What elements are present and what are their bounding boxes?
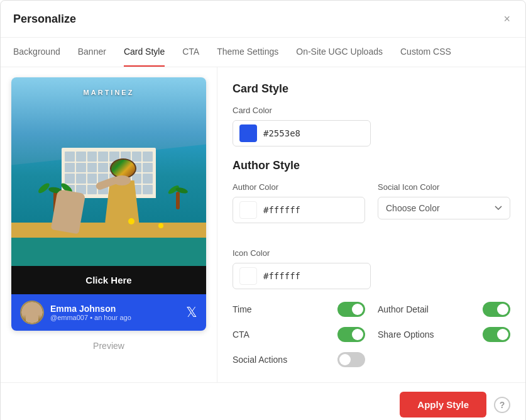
tab-on-site-ugc-uploads[interactable]: On-Site UGC Uploads bbox=[296, 38, 383, 67]
cta-toggle[interactable] bbox=[337, 327, 365, 342]
social-actions-toggle-label: Social Actions bbox=[233, 355, 287, 365]
author-style-title: Author Style bbox=[233, 159, 510, 172]
tab-card-style[interactable]: Card Style bbox=[124, 38, 165, 67]
author-color-input-row[interactable] bbox=[233, 197, 365, 223]
time-toggle-label: Time bbox=[233, 304, 252, 314]
social-icon-color-label: Social Icon Color bbox=[378, 182, 510, 192]
card-color-swatch bbox=[239, 124, 257, 142]
author-detail-toggle[interactable] bbox=[483, 302, 510, 317]
buoy-2 bbox=[158, 223, 163, 228]
author-meta: @emma007 • an hour ago bbox=[50, 314, 131, 321]
icon-color-label: Icon Color bbox=[233, 248, 510, 258]
tabs-bar: Background Banner Card Style CTA Theme S… bbox=[1, 38, 525, 67]
modal-header: Personalize × bbox=[1, 1, 525, 38]
card-color-input-row[interactable] bbox=[233, 120, 371, 146]
twitter-icon: 𝕏 bbox=[186, 304, 197, 321]
author-name: Emma Johnson bbox=[50, 304, 131, 314]
help-icon[interactable]: ? bbox=[494, 397, 510, 413]
cta-toggle-slider bbox=[337, 327, 365, 342]
author-color-hex-input[interactable] bbox=[263, 205, 314, 215]
card-footer: Emma Johnson @emma007 • an hour ago 𝕏 bbox=[11, 294, 206, 331]
share-options-toggle-slider bbox=[483, 327, 510, 342]
settings-panel: Card Style Card Color Author Style Autho… bbox=[217, 67, 525, 382]
card-image: MARTINEZ bbox=[11, 77, 206, 266]
icon-color-input-row[interactable] bbox=[233, 263, 371, 289]
social-icon-color-field: Social Icon Color Choose Color bbox=[378, 182, 510, 236]
buoy-1 bbox=[128, 218, 134, 224]
tab-theme-settings[interactable]: Theme Settings bbox=[217, 38, 278, 67]
beach-strip bbox=[11, 223, 206, 238]
author-style-section: Author Style Author Color Social Icon Co… bbox=[233, 159, 510, 367]
toggle-row-time: Time bbox=[233, 302, 365, 317]
time-toggle[interactable] bbox=[337, 302, 365, 317]
card-style-title: Card Style bbox=[233, 82, 510, 96]
palm-tree-right bbox=[165, 189, 190, 209]
modal-title: Personalize bbox=[13, 13, 76, 26]
toggle-row-social-actions: Social Actions bbox=[233, 352, 365, 367]
cta-toggle-label: CTA bbox=[233, 329, 249, 340]
card-cta[interactable]: Click Here bbox=[11, 266, 206, 294]
social-actions-toggle-slider bbox=[337, 352, 365, 367]
close-button[interactable]: × bbox=[501, 11, 513, 27]
hotel-name: MARTINEZ bbox=[84, 89, 134, 96]
card-color-hex-input[interactable] bbox=[263, 128, 314, 138]
author-text: Emma Johnson @emma007 • an hour ago bbox=[50, 304, 131, 321]
social-actions-toggle[interactable] bbox=[337, 352, 365, 367]
author-avatar bbox=[20, 301, 44, 324]
card-preview: MARTINEZ bbox=[11, 77, 206, 331]
author-info: Emma Johnson @emma007 • an hour ago bbox=[20, 301, 131, 324]
author-detail-toggle-label: Author Detail bbox=[378, 304, 429, 314]
toggle-row-cta: CTA bbox=[233, 327, 365, 342]
author-detail-toggle-slider bbox=[483, 302, 510, 317]
icon-color-swatch bbox=[239, 267, 257, 285]
icon-color-hex-input[interactable] bbox=[263, 271, 314, 281]
toggle-row-author-detail: Author Detail bbox=[378, 302, 510, 317]
author-color-field: Author Color bbox=[233, 182, 365, 236]
author-color-row: Author Color Social Icon Color Choose Co… bbox=[233, 182, 510, 236]
preview-label: Preview bbox=[93, 341, 124, 351]
tab-banner[interactable]: Banner bbox=[78, 38, 106, 67]
share-options-toggle[interactable] bbox=[483, 327, 510, 342]
toggle-row-share-options: Share Options bbox=[378, 327, 510, 342]
main-content: MARTINEZ bbox=[1, 67, 525, 382]
card-style-section: Card Style Card Color bbox=[233, 82, 510, 146]
tab-custom-css[interactable]: Custom CSS bbox=[400, 38, 451, 67]
time-toggle-slider bbox=[337, 302, 365, 317]
icon-color-field: Icon Color bbox=[233, 248, 510, 289]
modal-footer: Apply Style ? bbox=[1, 382, 525, 420]
social-icon-color-select[interactable]: Choose Color bbox=[378, 197, 510, 219]
author-color-label: Author Color bbox=[233, 182, 365, 192]
share-options-toggle-label: Share Options bbox=[378, 329, 434, 340]
toggles-grid: Time Author Detail bbox=[233, 302, 510, 367]
tab-cta[interactable]: CTA bbox=[182, 38, 199, 67]
preview-panel: MARTINEZ bbox=[1, 67, 217, 382]
card-color-label: Card Color bbox=[233, 106, 510, 115]
apply-style-button[interactable]: Apply Style bbox=[400, 392, 486, 417]
personalize-modal: Personalize × Background Banner Card Sty… bbox=[0, 0, 526, 420]
tab-background[interactable]: Background bbox=[13, 38, 60, 67]
person-figure bbox=[105, 162, 140, 224]
author-color-swatch bbox=[239, 201, 257, 219]
